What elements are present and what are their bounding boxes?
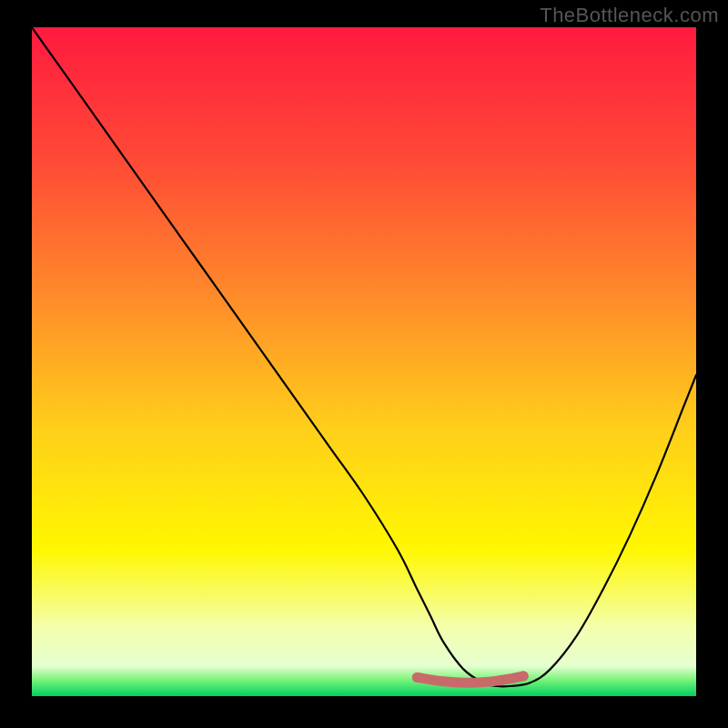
minimum-band-endpoint <box>519 671 529 681</box>
chart-svg <box>32 27 696 696</box>
gradient-background <box>32 27 696 696</box>
watermark-label: TheBottleneck.com <box>540 4 719 27</box>
minimum-band-endpoint <box>412 672 422 682</box>
chart-frame: TheBottleneck.com <box>0 0 728 728</box>
plot-area <box>32 27 696 696</box>
